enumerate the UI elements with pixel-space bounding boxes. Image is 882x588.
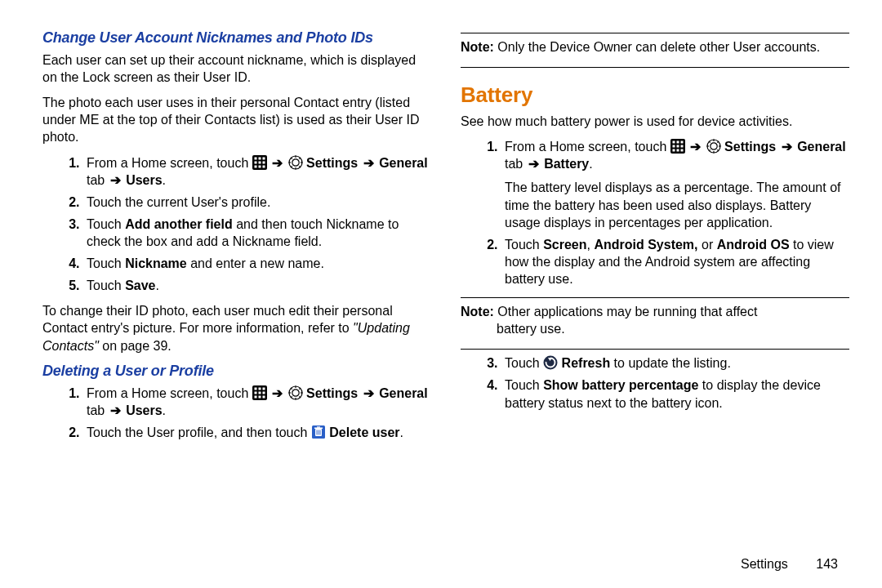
svg-rect-53 <box>680 145 683 148</box>
text: . <box>400 425 403 439</box>
text: Touch <box>505 238 543 252</box>
list-item: Touch Save. <box>83 277 431 294</box>
svg-rect-3 <box>262 157 265 159</box>
note: Note: Only the Device Owner can delete o… <box>461 38 849 57</box>
arrow-icon: ➔ <box>363 386 374 400</box>
paragraph: The battery level displays as a percenta… <box>505 179 849 230</box>
svg-line-66 <box>717 141 719 143</box>
svg-rect-28 <box>258 395 261 398</box>
text: or <box>698 238 717 252</box>
text: Touch <box>87 256 125 270</box>
svg-rect-56 <box>680 149 683 152</box>
arrow-icon: ➔ <box>528 157 539 171</box>
footer-page-number: 143 <box>816 557 838 571</box>
divider <box>461 297 849 298</box>
refresh-icon <box>543 355 558 370</box>
text: . <box>156 278 159 292</box>
delete-trash-icon <box>311 425 326 439</box>
svg-line-18 <box>291 166 292 167</box>
ordered-list: From a Home screen, touch ➔ Settings ➔ G… <box>461 138 849 287</box>
note: Note: Other applications may be running … <box>461 303 849 339</box>
ordered-list: From a Home screen, touch ➔ Settings ➔ G… <box>42 385 431 441</box>
text: Only the Device Owner can delete other U… <box>494 40 820 54</box>
svg-rect-1 <box>254 157 256 159</box>
text-bold: Refresh <box>562 356 611 370</box>
page-footer: Settings 143 <box>741 557 838 572</box>
svg-rect-42 <box>314 427 323 429</box>
text: . <box>163 173 166 187</box>
text: on page 39. <box>99 339 172 353</box>
svg-line-19 <box>299 158 301 159</box>
apps-grid-icon <box>670 139 685 154</box>
svg-line-37 <box>299 396 301 398</box>
text: From a Home screen, touch <box>87 386 252 400</box>
svg-rect-5 <box>258 161 261 163</box>
svg-rect-51 <box>672 145 675 148</box>
paragraph: See how much battery power is used for d… <box>461 113 849 130</box>
svg-rect-24 <box>254 391 256 394</box>
text: Touch <box>505 356 543 370</box>
heading-change-nicknames: Change User Account Nicknames and Photo … <box>42 29 431 47</box>
text: From a Home screen, touch <box>505 140 670 154</box>
text: Other applications may be running that a… <box>494 305 758 318</box>
left-column: Change User Account Nicknames and Photo … <box>42 23 431 449</box>
svg-rect-23 <box>262 387 265 390</box>
svg-rect-2 <box>258 157 261 159</box>
text: Touch the User profile, and then touch <box>87 425 311 439</box>
svg-rect-27 <box>254 395 256 398</box>
apps-grid-icon <box>252 155 267 170</box>
text: to update the listing. <box>610 356 731 370</box>
settings-gear-icon <box>706 139 721 154</box>
svg-rect-25 <box>258 391 261 394</box>
svg-line-39 <box>299 388 301 390</box>
svg-rect-8 <box>258 165 261 167</box>
text-bold: Screen <box>543 238 586 252</box>
arrow-icon: ➔ <box>272 386 283 400</box>
svg-rect-52 <box>676 145 679 148</box>
list-item: Touch Nickname and enter a new name. <box>83 255 431 272</box>
divider <box>461 67 849 68</box>
text-bold: Show battery percentage <box>543 378 698 392</box>
svg-rect-48 <box>672 141 675 144</box>
svg-rect-49 <box>676 141 679 144</box>
text: . <box>163 403 166 417</box>
svg-line-17 <box>299 166 301 167</box>
text: Touch <box>87 278 125 292</box>
text-bold: Nickname <box>125 256 187 270</box>
svg-rect-4 <box>254 161 256 163</box>
text-bold: Android System, <box>594 238 697 252</box>
arrow-icon: ➔ <box>110 403 121 417</box>
ordered-list: Touch Refresh to update the listing. Tou… <box>461 354 849 411</box>
paragraph: To change their ID photo, each user much… <box>42 302 431 354</box>
svg-line-64 <box>717 150 719 152</box>
arrow-icon: ➔ <box>110 173 121 187</box>
text-bold: General <box>379 386 428 400</box>
note-label: Note: <box>461 40 494 54</box>
svg-point-58 <box>710 143 716 149</box>
svg-line-63 <box>709 141 710 143</box>
text-bold: Add another field <box>125 217 233 231</box>
text-bold: Settings <box>724 140 780 154</box>
ordered-list: From a Home screen, touch ➔ Settings ➔ G… <box>42 154 431 295</box>
text-bold: General <box>797 140 846 154</box>
svg-rect-55 <box>676 149 679 152</box>
text-bold: General <box>379 156 428 170</box>
svg-rect-6 <box>262 161 265 163</box>
divider <box>461 33 849 33</box>
list-item: From a Home screen, touch ➔ Settings ➔ G… <box>83 385 431 419</box>
text-bold: Settings <box>306 156 362 170</box>
text: and enter a new name. <box>187 256 324 270</box>
list-item: Touch Add another field and then touch N… <box>83 216 431 250</box>
list-item: Touch the User profile, and then touch D… <box>83 424 431 441</box>
heading-deleting-user: Deleting a User or Profile <box>42 363 431 380</box>
text: To change their ID photo, each user much… <box>42 304 393 335</box>
svg-rect-26 <box>262 391 265 394</box>
arrow-icon: ➔ <box>363 156 374 170</box>
paragraph: The photo each user uses in their person… <box>42 94 431 145</box>
heading-battery: Battery <box>461 82 849 108</box>
text-bold: Users <box>122 403 163 417</box>
text: tab <box>505 157 527 171</box>
arrow-icon: ➔ <box>782 140 792 154</box>
list-item: Touch Screen, Android System, or Android… <box>501 236 849 287</box>
svg-point-31 <box>292 389 298 395</box>
